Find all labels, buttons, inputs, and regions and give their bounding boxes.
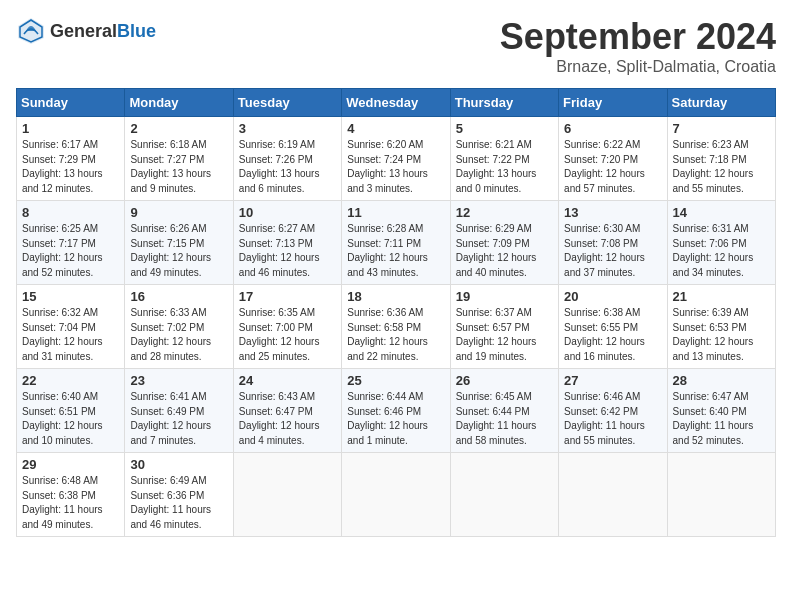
day-number: 20 [564,289,661,304]
day-number: 12 [456,205,553,220]
day-info: Sunrise: 6:37 AMSunset: 6:57 PMDaylight:… [456,306,553,364]
calendar-cell: 7Sunrise: 6:23 AMSunset: 7:18 PMDaylight… [667,117,775,201]
calendar-cell: 21Sunrise: 6:39 AMSunset: 6:53 PMDayligh… [667,285,775,369]
col-saturday: Saturday [667,89,775,117]
day-number: 2 [130,121,227,136]
calendar-week-2: 8Sunrise: 6:25 AMSunset: 7:17 PMDaylight… [17,201,776,285]
col-sunday: Sunday [17,89,125,117]
day-info: Sunrise: 6:38 AMSunset: 6:55 PMDaylight:… [564,306,661,364]
calendar-cell: 4Sunrise: 6:20 AMSunset: 7:24 PMDaylight… [342,117,450,201]
day-number: 21 [673,289,770,304]
calendar-cell: 23Sunrise: 6:41 AMSunset: 6:49 PMDayligh… [125,369,233,453]
day-info: Sunrise: 6:17 AMSunset: 7:29 PMDaylight:… [22,138,119,196]
calendar-cell: 26Sunrise: 6:45 AMSunset: 6:44 PMDayligh… [450,369,558,453]
day-number: 26 [456,373,553,388]
col-wednesday: Wednesday [342,89,450,117]
col-thursday: Thursday [450,89,558,117]
calendar-cell: 11Sunrise: 6:28 AMSunset: 7:11 PMDayligh… [342,201,450,285]
day-number: 25 [347,373,444,388]
calendar-cell: 16Sunrise: 6:33 AMSunset: 7:02 PMDayligh… [125,285,233,369]
day-info: Sunrise: 6:32 AMSunset: 7:04 PMDaylight:… [22,306,119,364]
logo-icon [16,16,46,46]
day-info: Sunrise: 6:44 AMSunset: 6:46 PMDaylight:… [347,390,444,448]
calendar-cell [667,453,775,537]
calendar-cell: 29Sunrise: 6:48 AMSunset: 6:38 PMDayligh… [17,453,125,537]
day-info: Sunrise: 6:31 AMSunset: 7:06 PMDaylight:… [673,222,770,280]
day-number: 28 [673,373,770,388]
calendar-cell [559,453,667,537]
day-info: Sunrise: 6:46 AMSunset: 6:42 PMDaylight:… [564,390,661,448]
day-number: 5 [456,121,553,136]
calendar-cell: 12Sunrise: 6:29 AMSunset: 7:09 PMDayligh… [450,201,558,285]
col-monday: Monday [125,89,233,117]
calendar-cell: 27Sunrise: 6:46 AMSunset: 6:42 PMDayligh… [559,369,667,453]
calendar-cell: 14Sunrise: 6:31 AMSunset: 7:06 PMDayligh… [667,201,775,285]
day-number: 9 [130,205,227,220]
day-info: Sunrise: 6:27 AMSunset: 7:13 PMDaylight:… [239,222,336,280]
calendar-week-4: 22Sunrise: 6:40 AMSunset: 6:51 PMDayligh… [17,369,776,453]
day-number: 16 [130,289,227,304]
day-info: Sunrise: 6:20 AMSunset: 7:24 PMDaylight:… [347,138,444,196]
col-tuesday: Tuesday [233,89,341,117]
title-area: September 2024 Brnaze, Split-Dalmatia, C… [500,16,776,76]
day-info: Sunrise: 6:29 AMSunset: 7:09 PMDaylight:… [456,222,553,280]
day-number: 30 [130,457,227,472]
day-number: 22 [22,373,119,388]
calendar-cell: 2Sunrise: 6:18 AMSunset: 7:27 PMDaylight… [125,117,233,201]
day-number: 15 [22,289,119,304]
day-info: Sunrise: 6:43 AMSunset: 6:47 PMDaylight:… [239,390,336,448]
day-info: Sunrise: 6:41 AMSunset: 6:49 PMDaylight:… [130,390,227,448]
day-info: Sunrise: 6:40 AMSunset: 6:51 PMDaylight:… [22,390,119,448]
calendar-cell: 6Sunrise: 6:22 AMSunset: 7:20 PMDaylight… [559,117,667,201]
day-number: 11 [347,205,444,220]
calendar-cell [450,453,558,537]
day-number: 6 [564,121,661,136]
day-number: 14 [673,205,770,220]
day-info: Sunrise: 6:33 AMSunset: 7:02 PMDaylight:… [130,306,227,364]
day-info: Sunrise: 6:36 AMSunset: 6:58 PMDaylight:… [347,306,444,364]
calendar-cell [342,453,450,537]
day-info: Sunrise: 6:21 AMSunset: 7:22 PMDaylight:… [456,138,553,196]
day-number: 27 [564,373,661,388]
day-info: Sunrise: 6:28 AMSunset: 7:11 PMDaylight:… [347,222,444,280]
day-info: Sunrise: 6:23 AMSunset: 7:18 PMDaylight:… [673,138,770,196]
calendar-cell: 18Sunrise: 6:36 AMSunset: 6:58 PMDayligh… [342,285,450,369]
calendar-cell: 3Sunrise: 6:19 AMSunset: 7:26 PMDaylight… [233,117,341,201]
calendar-cell: 10Sunrise: 6:27 AMSunset: 7:13 PMDayligh… [233,201,341,285]
day-info: Sunrise: 6:22 AMSunset: 7:20 PMDaylight:… [564,138,661,196]
calendar-week-3: 15Sunrise: 6:32 AMSunset: 7:04 PMDayligh… [17,285,776,369]
calendar-table: Sunday Monday Tuesday Wednesday Thursday… [16,88,776,537]
day-info: Sunrise: 6:39 AMSunset: 6:53 PMDaylight:… [673,306,770,364]
day-info: Sunrise: 6:48 AMSunset: 6:38 PMDaylight:… [22,474,119,532]
day-number: 7 [673,121,770,136]
calendar-header-row: Sunday Monday Tuesday Wednesday Thursday… [17,89,776,117]
calendar-cell: 20Sunrise: 6:38 AMSunset: 6:55 PMDayligh… [559,285,667,369]
month-title: September 2024 [500,16,776,58]
day-number: 19 [456,289,553,304]
calendar-cell: 25Sunrise: 6:44 AMSunset: 6:46 PMDayligh… [342,369,450,453]
day-info: Sunrise: 6:49 AMSunset: 6:36 PMDaylight:… [130,474,227,532]
day-number: 3 [239,121,336,136]
calendar-cell: 19Sunrise: 6:37 AMSunset: 6:57 PMDayligh… [450,285,558,369]
day-info: Sunrise: 6:35 AMSunset: 7:00 PMDaylight:… [239,306,336,364]
day-number: 29 [22,457,119,472]
day-info: Sunrise: 6:25 AMSunset: 7:17 PMDaylight:… [22,222,119,280]
calendar-week-1: 1Sunrise: 6:17 AMSunset: 7:29 PMDaylight… [17,117,776,201]
logo: GeneralBlue [16,16,156,46]
calendar-cell: 9Sunrise: 6:26 AMSunset: 7:15 PMDaylight… [125,201,233,285]
calendar-week-5: 29Sunrise: 6:48 AMSunset: 6:38 PMDayligh… [17,453,776,537]
calendar-cell: 22Sunrise: 6:40 AMSunset: 6:51 PMDayligh… [17,369,125,453]
day-number: 17 [239,289,336,304]
calendar-cell: 24Sunrise: 6:43 AMSunset: 6:47 PMDayligh… [233,369,341,453]
day-info: Sunrise: 6:26 AMSunset: 7:15 PMDaylight:… [130,222,227,280]
col-friday: Friday [559,89,667,117]
day-info: Sunrise: 6:30 AMSunset: 7:08 PMDaylight:… [564,222,661,280]
calendar-cell: 8Sunrise: 6:25 AMSunset: 7:17 PMDaylight… [17,201,125,285]
day-number: 24 [239,373,336,388]
day-info: Sunrise: 6:19 AMSunset: 7:26 PMDaylight:… [239,138,336,196]
day-number: 4 [347,121,444,136]
calendar-cell: 30Sunrise: 6:49 AMSunset: 6:36 PMDayligh… [125,453,233,537]
day-number: 1 [22,121,119,136]
day-number: 23 [130,373,227,388]
day-number: 10 [239,205,336,220]
